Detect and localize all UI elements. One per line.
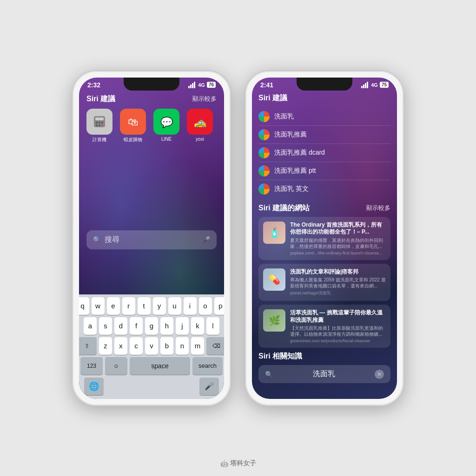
key-u[interactable]: u bbox=[168, 297, 181, 315]
space-key[interactable]: space bbox=[130, 357, 190, 375]
key-w[interactable]: w bbox=[92, 297, 105, 315]
svg-rect-1 bbox=[95, 117, 104, 120]
svg-text:🚕: 🚕 bbox=[194, 116, 207, 129]
keyboard-row-1: q w e r t y u i o p bbox=[80, 297, 223, 315]
search-bar[interactable]: 🔍 搜尋 🎤 bbox=[86, 230, 217, 249]
phone2-content: Siri 建議 洗面乳 洗面乳推薦 洗面乳推薦 dcard bbox=[252, 91, 397, 397]
app-label-yoxi: yoxi bbox=[196, 137, 204, 142]
website-info-2: 活萃洗面乳 — 挑戰這輩子陪你最久溫和洗面乳推薦 【天然洗面乳推薦】比胺基酸洗面… bbox=[290, 309, 386, 343]
key-a[interactable]: a bbox=[84, 317, 97, 335]
key-k[interactable]: k bbox=[191, 317, 204, 335]
suggestion-text-1: 洗面乳推薦 bbox=[274, 130, 307, 139]
siri-websites-header: Siri 建議的網站 顯示較多 bbox=[258, 203, 390, 213]
status-icons-2: 4G 75 bbox=[361, 82, 389, 88]
website-title-2: 活萃洗面乳 — 挑戰這輩子陪你最久溫和洗面乳推薦 bbox=[290, 309, 386, 324]
siri-knowledge-title: Siri 相關知識 bbox=[258, 352, 390, 361]
key-n[interactable]: n bbox=[176, 337, 189, 355]
app-item-line[interactable]: 💬 LINE bbox=[153, 109, 179, 143]
siri-websites-more[interactable]: 顯示較多 bbox=[366, 204, 390, 212]
key-i[interactable]: i bbox=[184, 297, 197, 315]
key-q[interactable]: q bbox=[79, 297, 89, 315]
search-placeholder-text: 搜尋 bbox=[105, 235, 198, 245]
key-m[interactable]: m bbox=[191, 337, 204, 355]
battery-badge: 76 bbox=[207, 82, 216, 88]
key-v[interactable]: v bbox=[145, 337, 158, 355]
app-label-shopee: 蝦皮購物 bbox=[124, 137, 142, 143]
key-o[interactable]: o bbox=[199, 297, 212, 315]
website-title-0: The Ordinary 首推洗面乳系列，所有你想得出的功能都全包了！– P..… bbox=[290, 222, 386, 236]
siri-title: Siri 建議 bbox=[86, 94, 115, 104]
key-l[interactable]: l bbox=[206, 317, 219, 335]
battery-badge-2: 75 bbox=[380, 82, 389, 88]
safari-icon-0 bbox=[258, 111, 270, 122]
signal-icon bbox=[188, 82, 195, 88]
website-desc-2: 【天然洗面乳推薦】比胺基酸洗面乳更溫和的選擇。以植物來源潔淨複方調和獨家植物礦.… bbox=[290, 325, 386, 337]
globe-key[interactable]: 🌐 bbox=[84, 378, 104, 395]
siri-list-item-4[interactable]: 洗面乳 英文 bbox=[258, 180, 390, 198]
key-e[interactable]: e bbox=[107, 297, 120, 315]
key-d[interactable]: d bbox=[114, 317, 127, 335]
key-y[interactable]: y bbox=[153, 297, 166, 315]
key-g[interactable]: g bbox=[145, 317, 158, 335]
mic-icon[interactable]: 🎤 bbox=[202, 236, 210, 243]
key-t[interactable]: t bbox=[138, 297, 151, 315]
suggestion-text-0: 洗面乳 bbox=[274, 112, 294, 121]
key-z[interactable]: z bbox=[99, 337, 112, 355]
key-p[interactable]: p bbox=[214, 297, 225, 315]
emoji-key[interactable]: ☺ bbox=[105, 357, 127, 375]
key-c[interactable]: c bbox=[130, 337, 143, 355]
key-f[interactable]: f bbox=[130, 317, 143, 335]
svg-point-2 bbox=[96, 122, 98, 124]
keyboard-row-2: a s d f g h j k l bbox=[80, 317, 223, 335]
siri-knowledge-section: Siri 相關知識 🔍 洗面乳 ✕ bbox=[258, 352, 390, 383]
app-label-calculator: 計算機 bbox=[93, 137, 106, 143]
website-desc-0: 夏天最舒服的感覺，莫過於在炎熱的街外回到家，然後把厚重的妝容都卸掉，皮膚和毛孔.… bbox=[290, 237, 386, 249]
time-display-2: 2:41 bbox=[260, 81, 273, 89]
website-card-1[interactable]: 💊 洗面乳的文章和評論|痞客邦 專為懶人匯集集 2059 篇洗面乳文章和 202… bbox=[258, 264, 390, 301]
key-x[interactable]: x bbox=[114, 337, 127, 355]
website-info-1: 洗面乳的文章和評論|痞客邦 專為懶人匯集集 2059 篇洗面乳文章和 2022 … bbox=[290, 268, 386, 297]
knowledge-search-bar[interactable]: 🔍 洗面乳 ✕ bbox=[258, 365, 390, 383]
key-h[interactable]: h bbox=[160, 317, 173, 335]
network-type-2: 4G bbox=[371, 82, 378, 88]
app-item-yoxi[interactable]: 🚕 yoxi bbox=[187, 109, 213, 143]
keyboard-row-3: ⇧ z x c v b n m ⌫ bbox=[80, 337, 223, 355]
svg-text:💬: 💬 bbox=[160, 116, 173, 129]
keyboard: q w e r t y u i o p a s d f g bbox=[79, 294, 224, 399]
website-thumb-1: 💊 bbox=[263, 268, 285, 291]
keyboard-extra-row: 🌐 🎤 bbox=[80, 376, 223, 397]
key-r[interactable]: r bbox=[122, 297, 135, 315]
delete-key[interactable]: ⌫ bbox=[206, 337, 224, 355]
shift-key[interactable]: ⇧ bbox=[79, 337, 97, 355]
key-b[interactable]: b bbox=[160, 337, 173, 355]
siri-header: Siri 建議 顯示較多 bbox=[86, 94, 217, 104]
siri-websites-section: Siri 建議的網站 顯示較多 🧴 The Ordinary 首推洗面乳系列，所… bbox=[258, 203, 390, 348]
search-bar-area: 🔍 搜尋 🎤 bbox=[79, 147, 224, 254]
website-info-0: The Ordinary 首推洗面乳系列，所有你想得出的功能都全包了！– P..… bbox=[290, 222, 386, 255]
app-item-shopee[interactable]: 🛍 蝦皮購物 bbox=[120, 109, 146, 143]
svg-point-4 bbox=[101, 122, 103, 124]
app-grid: 計算機 🛍 蝦皮購物 💬 LINE bbox=[86, 109, 217, 143]
numbers-key[interactable]: 123 bbox=[80, 357, 103, 375]
siri-suggestions-list: Siri 建議 洗面乳 洗面乳推薦 洗面乳推薦 dcard bbox=[258, 93, 390, 198]
key-j[interactable]: j bbox=[176, 317, 189, 335]
knowledge-clear-button[interactable]: ✕ bbox=[375, 370, 384, 379]
key-s[interactable]: s bbox=[99, 317, 112, 335]
siri-list-item-2[interactable]: 洗面乳推薦 dcard bbox=[258, 144, 390, 162]
app-item-calculator[interactable]: 計算機 bbox=[86, 109, 112, 143]
siri-list-item-1[interactable]: 洗面乳推薦 bbox=[258, 126, 390, 144]
website-card-0[interactable]: 🧴 The Ordinary 首推洗面乳系列，所有你想得出的功能都全包了！– P… bbox=[258, 217, 390, 260]
line-icon: 💬 bbox=[153, 109, 179, 135]
safari-icon-1 bbox=[258, 129, 270, 140]
website-card-2[interactable]: 🌿 活萃洗面乳 — 挑戰這輩子陪你最久溫和洗面乳推薦 【天然洗面乳推薦】比胺基酸… bbox=[258, 305, 390, 348]
siri-list-item-3[interactable]: 洗面乳推薦 ptt bbox=[258, 162, 390, 180]
search-key[interactable]: search bbox=[192, 357, 223, 375]
phone-1: 2:32 4G 76 Siri 建議 顯示較多 bbox=[73, 71, 231, 405]
safari-icon-3 bbox=[258, 165, 270, 176]
siri-list-item-0[interactable]: 洗面乳 bbox=[258, 108, 390, 126]
watermark-icon: 🤖 bbox=[220, 460, 228, 467]
keyboard-mic-key[interactable]: 🎤 bbox=[199, 378, 219, 395]
siri-more-button[interactable]: 顯示較多 bbox=[192, 95, 217, 103]
watermark: 🤖 塔科女子 bbox=[220, 459, 256, 468]
siri-suggestions-section: Siri 建議 顯示較多 計算機 🛍 bbox=[79, 91, 224, 147]
